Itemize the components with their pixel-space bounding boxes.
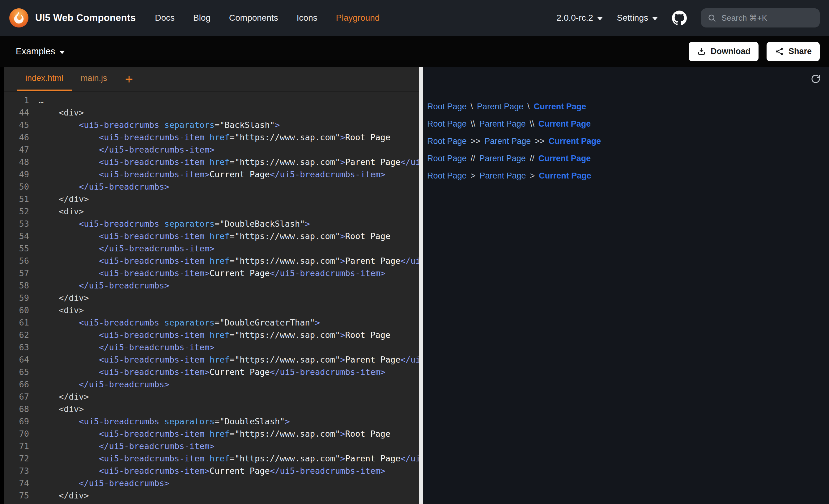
- preview-breadcrumbs: Root Page\Parent Page\Current PageRoot P…: [427, 98, 823, 184]
- breadcrumb-link[interactable]: Parent Page: [479, 119, 526, 129]
- editor-tab-bar: index.html main.js +: [4, 67, 419, 92]
- preview-panel: Root Page\Parent Page\Current PageRoot P…: [423, 67, 829, 504]
- brand-home-link[interactable]: UI5 Web Components: [9, 8, 136, 28]
- line-number: 57: [4, 267, 29, 279]
- breadcrumb-separator: >>: [535, 137, 545, 146]
- nav-playground[interactable]: Playground: [336, 13, 380, 23]
- code-text: <ui5-breadcrumbs-item>Current Page</ui5-…: [29, 168, 386, 181]
- line-number: 70: [4, 428, 29, 440]
- settings-dropdown[interactable]: Settings: [617, 13, 658, 23]
- breadcrumb-separator: //: [530, 154, 534, 163]
- toolbar-actions: Download Share: [689, 42, 820, 61]
- refresh-icon[interactable]: [810, 74, 821, 84]
- code-text: <ui5-breadcrumbs separators="BackSlash">: [29, 119, 280, 131]
- github-icon[interactable]: [672, 10, 687, 25]
- line-number: 74: [4, 477, 29, 490]
- code-text: <ui5-breadcrumbs separators="DoubleSlash…: [29, 415, 290, 428]
- code-line: 55 </ui5-breadcrumbs-item>: [4, 242, 419, 255]
- line-number: 64: [4, 354, 29, 366]
- breadcrumb-link[interactable]: Root Page: [427, 137, 467, 146]
- line-number: 76: [4, 502, 29, 504]
- version-dropdown[interactable]: 2.0.0-rc.2: [557, 13, 603, 23]
- breadcrumb: Root Page//Parent Page//Current Page: [427, 150, 823, 167]
- breadcrumb-link[interactable]: Root Page: [427, 171, 467, 181]
- line-number: 66: [4, 378, 29, 391]
- download-button[interactable]: Download: [689, 42, 759, 61]
- share-button[interactable]: Share: [766, 42, 820, 61]
- code-line: 67 </div>: [4, 391, 419, 403]
- breadcrumb: Root Page>Parent Page>Current Page: [427, 167, 823, 184]
- breadcrumb-current: Current Page: [549, 137, 601, 146]
- code-text: <ui5-breadcrumbs-item href="https://www.…: [29, 131, 390, 144]
- breadcrumb-separator: >: [530, 171, 535, 181]
- code-line: 47 </ui5-breadcrumbs-item>: [4, 144, 419, 156]
- code-text: <ui5-breadcrumbs-item href="https://www.…: [29, 354, 419, 366]
- breadcrumb-link[interactable]: Root Page: [427, 119, 467, 129]
- code-text: <ui5-breadcrumbs-item href="https://www.…: [29, 255, 419, 267]
- code-line: 68 <div>: [4, 403, 419, 415]
- nav-docs[interactable]: Docs: [155, 13, 175, 23]
- code-line: 72 <ui5-breadcrumbs-item href="https://w…: [4, 453, 419, 465]
- search-input[interactable]: [701, 8, 820, 28]
- breadcrumb: Root Page\\Parent Page\\Current Page: [427, 115, 823, 132]
- code-line: 76 <div>: [4, 502, 419, 504]
- code-line: 75 </div>: [4, 490, 419, 502]
- breadcrumb-link[interactable]: Parent Page: [477, 102, 523, 112]
- code-line: 54 <ui5-breadcrumbs-item href="https://w…: [4, 230, 419, 242]
- line-number: 48: [4, 156, 29, 168]
- line-number: 47: [4, 144, 29, 156]
- tab-main-js[interactable]: main.js: [72, 67, 116, 91]
- line-number: 46: [4, 131, 29, 144]
- line-number: 69: [4, 415, 29, 428]
- line-number: 51: [4, 193, 29, 205]
- breadcrumb-current: Current Page: [538, 154, 591, 163]
- code-text: <ui5-breadcrumbs-item href="https://www.…: [29, 428, 390, 440]
- breadcrumb-link[interactable]: Parent Page: [479, 154, 526, 163]
- tab-index-html[interactable]: index.html: [17, 67, 72, 91]
- code-line: 71 </ui5-breadcrumbs-item>: [4, 440, 419, 453]
- line-number: 1: [4, 94, 29, 107]
- code-lines[interactable]: 1…44 <div>45 <ui5-breadcrumbs separators…: [4, 92, 419, 504]
- share-icon: [774, 47, 784, 56]
- settings-label: Settings: [617, 13, 648, 23]
- breadcrumb-link[interactable]: Root Page: [427, 154, 467, 163]
- breadcrumb-separator: >>: [471, 137, 481, 146]
- line-number: 65: [4, 366, 29, 378]
- nav-icons[interactable]: Icons: [297, 13, 318, 23]
- code-text: <ui5-breadcrumbs-item href="https://www.…: [29, 453, 419, 465]
- nav-components[interactable]: Components: [229, 13, 278, 23]
- code-text: <div>: [29, 205, 84, 218]
- line-number: 50: [4, 181, 29, 193]
- nav-blog[interactable]: Blog: [193, 13, 211, 23]
- code-text: …: [29, 94, 44, 107]
- code-line: 65 <ui5-breadcrumbs-item>Current Page</u…: [4, 366, 419, 378]
- code-line: 73 <ui5-breadcrumbs-item>Current Page</u…: [4, 465, 419, 477]
- code-line: 56 <ui5-breadcrumbs-item href="https://w…: [4, 255, 419, 267]
- breadcrumb-link[interactable]: Root Page: [427, 102, 467, 112]
- breadcrumb: Root Page\Parent Page\Current Page: [427, 98, 823, 115]
- code-line: 62 <ui5-breadcrumbs-item href="https://w…: [4, 329, 419, 341]
- breadcrumb-link[interactable]: Parent Page: [484, 137, 531, 146]
- top-navbar: UI5 Web Components Docs Blog Components …: [0, 0, 829, 36]
- code-line: 46 <ui5-breadcrumbs-item href="https://w…: [4, 131, 419, 144]
- download-icon: [697, 47, 706, 56]
- examples-dropdown[interactable]: Examples: [16, 46, 65, 56]
- code-text: </ui5-breadcrumbs-item>: [29, 440, 215, 453]
- code-text: <ui5-breadcrumbs-item>Current Page</ui5-…: [29, 267, 386, 279]
- line-number: 63: [4, 341, 29, 354]
- code-line: 48 <ui5-breadcrumbs-item href="https://w…: [4, 156, 419, 168]
- code-text: </div>: [29, 391, 89, 403]
- code-line: 53 <ui5-breadcrumbs separators="DoubleBa…: [4, 218, 419, 230]
- breadcrumb-current: Current Page: [538, 119, 591, 129]
- brand-title: UI5 Web Components: [35, 12, 136, 24]
- code-line: 57 <ui5-breadcrumbs-item>Current Page</u…: [4, 267, 419, 279]
- splitter-handle[interactable]: [419, 67, 423, 504]
- breadcrumb-link[interactable]: Parent Page: [479, 171, 526, 181]
- line-number: 44: [4, 107, 29, 119]
- line-number: 59: [4, 292, 29, 304]
- add-tab-button[interactable]: +: [116, 67, 143, 91]
- code-text: <div>: [29, 502, 84, 504]
- code-text: </ui5-breadcrumbs>: [29, 378, 169, 391]
- code-line: 45 <ui5-breadcrumbs separators="BackSlas…: [4, 119, 419, 131]
- breadcrumb-separator: \: [471, 102, 473, 112]
